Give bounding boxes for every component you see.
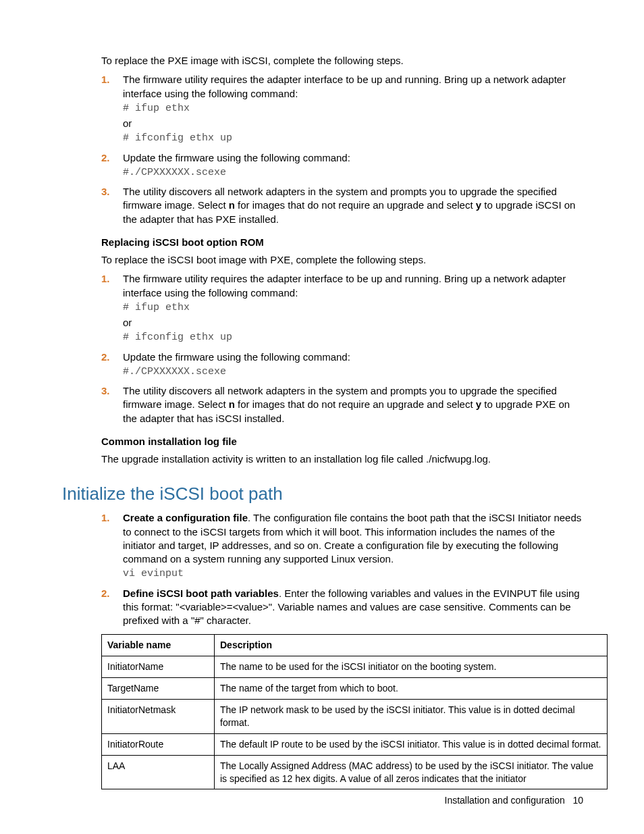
step-number: 2. xyxy=(101,350,123,381)
step-text-mid: for images that do not require an upgrad… xyxy=(235,199,476,211)
step-body: Update the firmware using the following … xyxy=(123,350,583,381)
step-number: 3. xyxy=(101,384,123,425)
code-line: #./CPXXXXXX.scexe xyxy=(123,365,583,379)
var-desc: The name to be used for the iSCSI initia… xyxy=(215,656,608,678)
code-line: # ifup ethx xyxy=(123,301,583,315)
step-number: 1. xyxy=(101,73,123,147)
or-text: or xyxy=(123,317,132,328)
step-item: 3. The utility discovers all network ada… xyxy=(62,185,583,226)
table-row: InitiatorRoute The default IP route to b… xyxy=(102,733,608,755)
step-body: The utility discovers all network adapte… xyxy=(123,185,583,226)
step-body: The firmware utility requires the adapte… xyxy=(123,73,583,147)
section-heading-initialize: Initialize the iSCSI boot path xyxy=(62,482,583,506)
intro-text-1: To replace the PXE image with iSCSI, com… xyxy=(101,54,583,68)
footer-page: 10 xyxy=(572,795,583,806)
var-name: LAA xyxy=(102,755,215,789)
bold-y: y xyxy=(476,199,481,211)
bold-n: n xyxy=(229,398,235,410)
step-body: Update the firmware using the following … xyxy=(123,151,583,182)
step-text: The firmware utility requires the adapte… xyxy=(123,273,566,298)
step-text: The firmware utility requires the adapte… xyxy=(123,74,566,99)
bold-y: y xyxy=(476,398,481,410)
var-desc: The Locally Assigned Address (MAC addres… xyxy=(215,755,608,789)
step-item: 2. Update the firmware using the followi… xyxy=(62,151,583,182)
var-name: InitiatorName xyxy=(102,656,215,678)
var-name: InitiatorNetmask xyxy=(102,700,215,734)
sub-heading-replacing: Replacing iSCSI boot option ROM xyxy=(101,236,583,249)
table-row: TargetName The name of the target from w… xyxy=(102,678,608,700)
code-line: #./CPXXXXXX.scexe xyxy=(123,166,583,180)
code-line: vi evinput xyxy=(123,567,583,581)
sub-heading-logfile: Common installation log file xyxy=(101,435,583,448)
intro-text-3: The upgrade installation activity is wri… xyxy=(101,452,583,466)
intro-text-2: To replace the iSCSI boot image with PXE… xyxy=(101,253,583,267)
steps-list-b: 1. The firmware utility requires the ada… xyxy=(62,272,583,425)
step-text-mid: for images that do not require an upgrad… xyxy=(235,398,476,410)
or-text: or xyxy=(123,118,132,129)
var-name: InitiatorRoute xyxy=(102,733,215,755)
step-number: 1. xyxy=(101,272,123,346)
step-text: Update the firmware using the following … xyxy=(123,351,350,363)
step-item: 1. Create a configuration file. The conf… xyxy=(62,511,583,582)
step-bold-lead: Create a configuration file xyxy=(123,512,248,523)
footer-label: Installation and configuration xyxy=(445,795,565,806)
var-desc: The name of the target from which to boo… xyxy=(215,678,608,700)
step-item: 2. Update the firmware using the followi… xyxy=(62,350,583,381)
step-body: The firmware utility requires the adapte… xyxy=(123,272,583,346)
step-number: 1. xyxy=(101,511,123,582)
table-header-name: Variable name xyxy=(102,635,215,656)
step-number: 3. xyxy=(101,185,123,226)
table-row: LAA The Locally Assigned Address (MAC ad… xyxy=(102,755,608,789)
table-header-desc: Description xyxy=(215,635,608,656)
step-body: Create a configuration file. The configu… xyxy=(123,511,583,582)
step-text: Update the firmware using the following … xyxy=(123,152,350,163)
table-row: InitiatorName The name to be used for th… xyxy=(102,656,608,678)
var-desc: The IP network mask to be used by the iS… xyxy=(215,700,608,734)
step-body: Define iSCSI boot path variables. Enter … xyxy=(123,587,583,628)
step-item: 1. The firmware utility requires the ada… xyxy=(62,73,583,147)
step-body: The utility discovers all network adapte… xyxy=(123,384,583,425)
variables-table: Variable name Description InitiatorName … xyxy=(101,634,608,789)
code-line: # ifconfig ethx up xyxy=(123,132,583,145)
step-item: 3. The utility discovers all network ada… xyxy=(62,384,583,425)
bold-n: n xyxy=(229,199,235,211)
var-name: TargetName xyxy=(102,678,215,700)
var-desc: The default IP route to be used by the i… xyxy=(215,733,608,755)
step-bold-lead: Define iSCSI boot path variables xyxy=(123,588,279,599)
step-number: 2. xyxy=(101,587,123,628)
step-item: 1. The firmware utility requires the ada… xyxy=(62,272,583,346)
step-number: 2. xyxy=(101,151,123,182)
page-footer: Installation and configuration 10 xyxy=(445,794,583,807)
code-line: # ifconfig ethx up xyxy=(123,331,583,344)
steps-list-c: 1. Create a configuration file. The conf… xyxy=(62,511,583,627)
table-row: InitiatorNetmask The IP network mask to … xyxy=(102,700,608,734)
steps-list-a: 1. The firmware utility requires the ada… xyxy=(62,73,583,226)
step-item: 2. Define iSCSI boot path variables. Ent… xyxy=(62,587,583,628)
code-line: # ifup ethx xyxy=(123,102,583,115)
